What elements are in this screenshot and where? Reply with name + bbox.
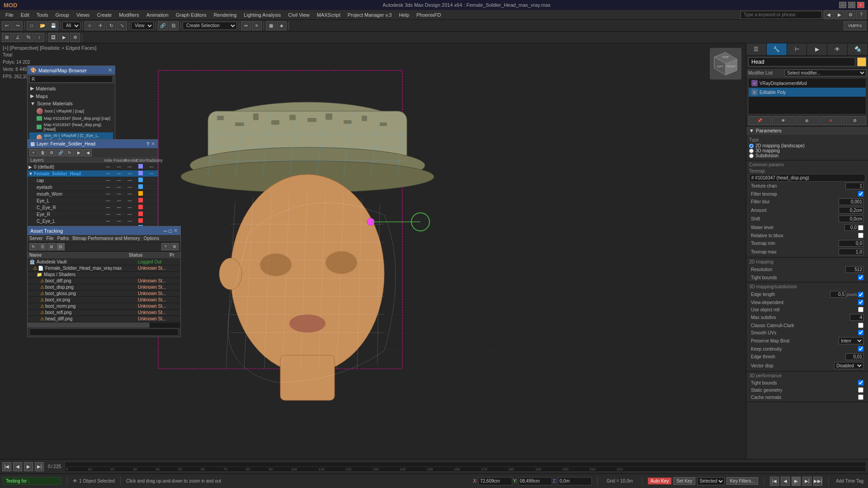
- mat-browser-close[interactable]: ✕: [108, 67, 112, 73]
- utility-panel-btn[interactable]: 🔩: [848, 43, 868, 55]
- menu-tools[interactable]: Tools: [33, 11, 52, 19]
- asset-menu-bitmap[interactable]: Bitmap Performance and Memory: [72, 236, 140, 241]
- layer-new-btn[interactable]: +: [29, 149, 38, 156]
- open-btn[interactable]: 📂: [38, 21, 47, 30]
- menu-maxscript[interactable]: MAXScript: [313, 11, 344, 19]
- asset-boot-gloss[interactable]: ⚠ boot_gloss.png Unknown St...: [28, 291, 180, 297]
- layer-ceyer-color[interactable]: [135, 205, 146, 210]
- asset-menu-file[interactable]: File: [46, 236, 53, 241]
- layer-settings-btn[interactable]: ⚙: [47, 149, 56, 156]
- selection-select[interactable]: Create Selection: [183, 22, 237, 30]
- layer-default-color[interactable]: [135, 164, 146, 169]
- menu-modifiers[interactable]: Modifiers: [115, 11, 143, 19]
- close-button[interactable]: ✕: [857, 2, 864, 8]
- render-btn[interactable]: 🖼: [48, 33, 58, 42]
- layer-mouth-freeze[interactable]: —: [113, 192, 124, 196]
- layer-cap-vis[interactable]: —: [103, 178, 113, 183]
- radio-2d-mapping[interactable]: 2D mapping (landscape): [749, 143, 865, 148]
- set-key-filters-btn[interactable]: Key Filters...: [726, 477, 758, 485]
- menu-file[interactable]: File: [2, 11, 17, 19]
- x-coord[interactable]: [478, 477, 512, 485]
- layer-eyelash-freeze[interactable]: —: [113, 185, 124, 189]
- asset-max-btn[interactable]: □: [169, 228, 172, 234]
- layer-row-mouth[interactable]: mouth_Worn — — —: [28, 191, 158, 197]
- help-btn[interactable]: ?: [856, 10, 866, 19]
- smooth-uvs-check[interactable]: [858, 330, 863, 335]
- filter-texmap-check[interactable]: [858, 191, 863, 197]
- modifier-dropdown[interactable]: Select modifier...: [785, 70, 866, 76]
- angle-snap-btn[interactable]: ∠: [13, 33, 23, 42]
- layer-default-vis[interactable]: —: [103, 164, 113, 169]
- asset-settings-btn[interactable]: ⚙: [170, 243, 179, 250]
- layer-ceyel-vis[interactable]: —: [103, 219, 113, 223]
- layer-eyer-freeze[interactable]: —: [113, 212, 124, 216]
- layer-row-eyer[interactable]: Eye_R — — —: [28, 211, 158, 218]
- asset-boot-ior[interactable]: ⚠ boot_ior.png Unknown St...: [28, 297, 180, 303]
- layer-female-color[interactable]: [135, 171, 146, 176]
- layer-delete-btn[interactable]: 🗑: [38, 149, 47, 156]
- layer-cap-render[interactable]: —: [124, 178, 135, 183]
- shift-input[interactable]: [839, 216, 863, 222]
- mode-select[interactable]: All: [62, 22, 80, 30]
- render-setup-btn[interactable]: ⚙: [70, 33, 80, 42]
- layer-row-eyel[interactable]: Eye_L — — —: [28, 197, 158, 204]
- frame-fwd-btn[interactable]: ▶|: [35, 462, 44, 471]
- undo-btn[interactable]: ↩: [2, 21, 12, 30]
- mat-item-headmap[interactable]: Map #1018347 (head_disp.png) [Head]: [29, 122, 113, 132]
- asset-head-diff[interactable]: ⚠ head_diff.png Unknown St...: [28, 316, 180, 322]
- layer-panel-close[interactable]: ✕: [151, 141, 155, 147]
- mat-search-input[interactable]: [29, 75, 113, 83]
- layer-cap-color[interactable]: [135, 178, 146, 183]
- quick-render-btn[interactable]: ▶: [59, 33, 69, 42]
- modify-panel-btn[interactable]: 🔧: [767, 43, 787, 55]
- motion-panel-btn[interactable]: ▶: [807, 43, 827, 55]
- texture-chan-input[interactable]: [845, 183, 863, 189]
- layer-default-freeze[interactable]: —: [113, 164, 124, 169]
- save-btn[interactable]: 💾: [48, 21, 58, 30]
- redo-btn[interactable]: ↪: [13, 21, 23, 30]
- layer-eyel-render[interactable]: —: [124, 198, 135, 203]
- frame-back-btn[interactable]: ◀: [13, 462, 22, 471]
- layer-eyel-freeze[interactable]: —: [113, 198, 124, 203]
- vector-disp-select[interactable]: Disabled: [834, 362, 863, 369]
- back-frame-right[interactable]: ◀: [781, 477, 790, 486]
- asset-grid-btn[interactable]: ⊞: [47, 243, 56, 250]
- cache-normals-check[interactable]: [858, 394, 863, 400]
- asset-boot-disp[interactable]: ⚠ boot_disp.png Unknown St...: [28, 284, 180, 291]
- resolution-input[interactable]: [845, 266, 863, 273]
- view-dependent-check[interactable]: [858, 300, 863, 305]
- menu-project[interactable]: Project Manager v.3: [344, 11, 396, 19]
- show-end-result-btn[interactable]: 👁: [772, 116, 795, 125]
- layer-collapse-btn[interactable]: ◀: [84, 149, 92, 156]
- layer-cap-freeze[interactable]: —: [113, 178, 124, 183]
- timeline-scrubber[interactable]: 0 10 20 30 40 50 60 70 80 90 100 110 120…: [65, 462, 866, 472]
- asset-panel-close[interactable]: ✕: [174, 228, 178, 234]
- radio-3d-mapping[interactable]: 3D mapping: [749, 148, 865, 153]
- layer-link-btn[interactable]: 🔗: [57, 149, 65, 156]
- asset-boot-diff[interactable]: ⚠ boot_diff.png Unknown St...: [28, 278, 180, 284]
- object-color-swatch[interactable]: [857, 57, 866, 66]
- search-input[interactable]: [741, 11, 822, 19]
- spinner-snap-btn[interactable]: ↕: [34, 33, 44, 42]
- move-btn[interactable]: ✛: [95, 21, 105, 30]
- menu-phoenix[interactable]: PhoenixFD: [413, 11, 444, 19]
- auto-key-btn[interactable]: Auto Key: [648, 478, 672, 484]
- new-scene-btn[interactable]: □: [27, 21, 37, 30]
- static-geometry-check[interactable]: [858, 387, 863, 393]
- layer-eyer-color[interactable]: [135, 211, 146, 217]
- layer-ceyer-render[interactable]: —: [124, 205, 135, 210]
- menu-views[interactable]: Views: [73, 11, 93, 19]
- nav-cube[interactable]: TOP FRONT LEFT: [710, 48, 741, 80]
- unlink-btn[interactable]: ⛓: [169, 21, 179, 30]
- asset-help-btn[interactable]: ?: [161, 243, 170, 250]
- layer-btn[interactable]: ▦: [266, 21, 276, 30]
- layer-ceyel-render[interactable]: —: [124, 219, 135, 223]
- layer-row-default[interactable]: ▶ 0 (default) — — — —: [28, 164, 158, 170]
- layer-female-rad[interactable]: —: [146, 171, 157, 176]
- align-btn[interactable]: ≡: [252, 21, 262, 30]
- texmap-min-input[interactable]: [839, 240, 863, 247]
- percent-snap-btn[interactable]: %: [24, 33, 33, 42]
- edge-length-input[interactable]: [830, 291, 846, 298]
- layer-ceyer-freeze[interactable]: —: [113, 205, 124, 210]
- pin-stack-btn[interactable]: 📌: [748, 116, 771, 125]
